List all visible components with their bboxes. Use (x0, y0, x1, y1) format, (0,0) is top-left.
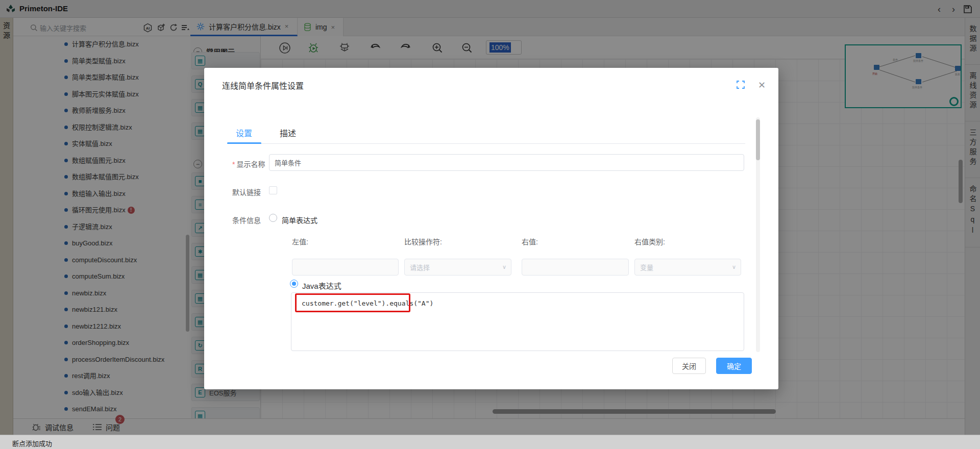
dialog-scrollbar-thumb[interactable] (756, 119, 760, 160)
status-bar: 断点添加成功 (0, 435, 980, 449)
status-message: 断点添加成功 (12, 438, 52, 448)
java-expression-textarea[interactable]: customer.get("level").equals("A") (291, 292, 744, 351)
operator-placeholder: 请选择 (410, 262, 430, 272)
required-marker: * (232, 160, 235, 168)
default-link-checkbox[interactable] (269, 186, 277, 194)
active-tab-underline (227, 142, 261, 144)
java-expression-label: Java表达式 (302, 280, 341, 291)
dialog-tab-settings[interactable]: 设置 (236, 127, 252, 139)
dialog-title: 连线简单条件属性设置 (222, 79, 304, 91)
right-value-input[interactable] (522, 259, 629, 276)
ok-button[interactable]: 确定 (716, 358, 752, 374)
close-button[interactable]: 关闭 (672, 358, 706, 374)
java-expression-radio[interactable] (290, 280, 298, 288)
default-link-label: 默认链接 (232, 187, 261, 197)
simple-expression-label: 简单表达式 (282, 215, 317, 225)
red-annotation-box (295, 293, 410, 312)
col-right-type: 右值类别: (634, 236, 665, 246)
simple-expression-radio[interactable] (269, 214, 277, 222)
chevron-down-icon: ∨ (732, 264, 736, 270)
col-right-value: 右值: (522, 236, 538, 246)
condition-info-label: 条件信息 (232, 215, 261, 225)
edge-condition-dialog: 连线简单条件属性设置 ✕ 设置 描述 *显示名称 简单条件 默认链接 条件信息 … (204, 68, 778, 389)
right-type-placeholder: 变量 (640, 262, 653, 272)
col-left-value: 左值: (292, 236, 308, 246)
application-window: Primeton-IDE ‹ › 资源 输入关键字搜索 AI A文 (0, 0, 980, 449)
col-operator: 比较操作符: (404, 236, 442, 246)
right-type-select[interactable]: 变量 ∨ (634, 259, 741, 276)
display-name-value: 简单条件 (275, 158, 301, 167)
operator-select[interactable]: 请选择 ∨ (404, 259, 511, 276)
dialog-tab-description[interactable]: 描述 (280, 127, 296, 139)
tab-divider (227, 143, 745, 144)
display-name-label: *显示名称 (232, 159, 265, 169)
dialog-scrollbar-track (756, 117, 760, 352)
left-value-input[interactable] (292, 259, 399, 276)
chevron-down-icon: ∨ (502, 264, 506, 270)
fullscreen-icon[interactable] (737, 81, 745, 89)
display-name-input[interactable]: 简单条件 (269, 154, 744, 171)
close-icon[interactable]: ✕ (758, 80, 766, 91)
